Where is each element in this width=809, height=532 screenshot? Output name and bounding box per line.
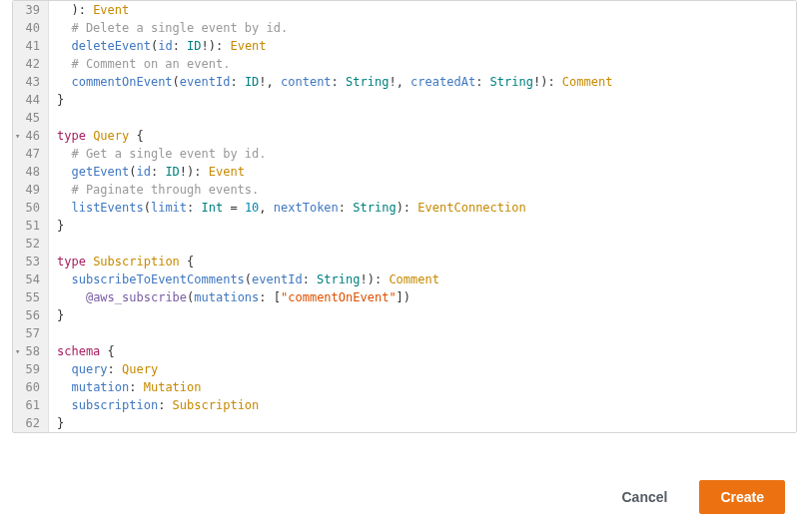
code-line[interactable]: type Subscription { bbox=[57, 253, 796, 270]
line-number: 55 bbox=[17, 288, 40, 306]
line-number: 43 bbox=[17, 73, 40, 91]
line-number: 62 bbox=[17, 414, 40, 432]
code-line[interactable]: } bbox=[57, 414, 796, 432]
code-line[interactable]: } bbox=[57, 91, 796, 109]
line-number: 49 bbox=[17, 181, 40, 199]
line-number: 40 bbox=[17, 19, 40, 37]
footer-actions: Cancel Create bbox=[0, 462, 809, 532]
line-number: 54 bbox=[17, 270, 40, 288]
code-line[interactable]: ): Event bbox=[57, 1, 796, 19]
code-line[interactable]: # Comment on an event. bbox=[57, 55, 796, 73]
line-number: 45 bbox=[17, 109, 40, 127]
line-number: ▾58 bbox=[17, 342, 40, 360]
line-number: 41 bbox=[17, 37, 40, 55]
code-line[interactable]: schema { bbox=[57, 342, 796, 360]
code-line[interactable]: commentOnEvent(eventId: ID!, content: St… bbox=[57, 73, 796, 91]
create-button[interactable]: Create bbox=[699, 480, 785, 514]
code-line[interactable]: subscription: Subscription bbox=[57, 396, 796, 414]
code-line[interactable] bbox=[57, 324, 796, 342]
code-line[interactable] bbox=[57, 235, 796, 253]
cancel-button[interactable]: Cancel bbox=[609, 481, 679, 513]
code-editor[interactable]: 39404142434445▾464748495051525354555657▾… bbox=[12, 0, 797, 433]
fold-marker-icon[interactable]: ▾ bbox=[15, 127, 20, 145]
fold-marker-icon[interactable]: ▾ bbox=[15, 342, 20, 360]
code-line[interactable]: } bbox=[57, 217, 796, 235]
code-line[interactable]: query: Query bbox=[57, 360, 796, 378]
line-number: 42 bbox=[17, 55, 40, 73]
code-line[interactable]: } bbox=[57, 306, 796, 324]
code-line[interactable]: @aws_subscribe(mutations: ["commentOnEve… bbox=[57, 288, 796, 306]
code-line[interactable]: listEvents(limit: Int = 10, nextToken: S… bbox=[57, 199, 796, 217]
code-line[interactable]: # Get a single event by id. bbox=[57, 145, 796, 163]
code-line[interactable]: mutation: Mutation bbox=[57, 378, 796, 396]
line-number: 47 bbox=[17, 145, 40, 163]
line-number: 48 bbox=[17, 163, 40, 181]
code-line[interactable]: getEvent(id: ID!): Event bbox=[57, 163, 796, 181]
line-number: 61 bbox=[17, 396, 40, 414]
code-line[interactable]: deleteEvent(id: ID!): Event bbox=[57, 37, 796, 55]
code-line[interactable]: subscribeToEventComments(eventId: String… bbox=[57, 270, 796, 288]
line-number: 44 bbox=[17, 91, 40, 109]
code-content[interactable]: ): Event # Delete a single event by id. … bbox=[49, 1, 796, 432]
line-number: 53 bbox=[17, 253, 40, 270]
line-number: 50 bbox=[17, 199, 40, 217]
line-number: ▾46 bbox=[17, 127, 40, 145]
line-number: 52 bbox=[17, 235, 40, 253]
code-line[interactable]: type Query { bbox=[57, 127, 796, 145]
line-number: 60 bbox=[17, 378, 40, 396]
line-number: 59 bbox=[17, 360, 40, 378]
line-gutter: 39404142434445▾464748495051525354555657▾… bbox=[13, 1, 49, 432]
line-number: 51 bbox=[17, 217, 40, 235]
line-number: 57 bbox=[17, 324, 40, 342]
code-line[interactable] bbox=[57, 109, 796, 127]
line-number: 56 bbox=[17, 306, 40, 324]
code-line[interactable]: # Delete a single event by id. bbox=[57, 19, 796, 37]
line-number: 39 bbox=[17, 1, 40, 19]
code-line[interactable]: # Paginate through events. bbox=[57, 181, 796, 199]
